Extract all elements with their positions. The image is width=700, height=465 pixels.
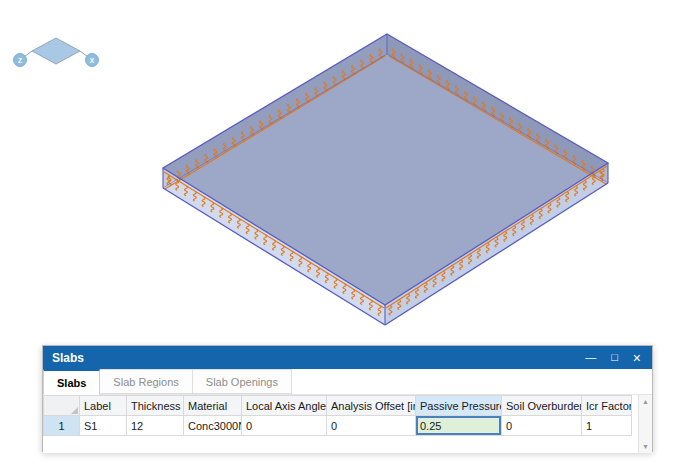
cell-label[interactable]: S1 [80,416,127,436]
tab-slab-openings[interactable]: Slab Openings [192,369,292,394]
window-title: Slabs [52,351,84,365]
axis-plane-diamond [32,38,80,64]
select-all-corner[interactable] [44,396,80,416]
col-header-analysis-offset[interactable]: Analysis Offset [in] [327,396,416,416]
col-header-local-axis-angle[interactable]: Local Axis Angle [deg] [242,396,327,416]
app-canvas: Z X Slabs — □ × Slabs Slab Regions Slab … [0,0,700,465]
col-header-label[interactable]: Label [80,396,127,416]
cell-thickness[interactable]: 12 [127,416,184,436]
col-header-material[interactable]: Material [184,396,242,416]
tab-slab-regions[interactable]: Slab Regions [99,369,192,394]
col-header-soil-overburden[interactable]: Soil Overburden [ksf] [502,396,582,416]
spreadsheet: Label Thickness [in] Material Local Axis… [43,395,652,453]
axis-indicator: Z X [8,30,104,72]
header-row: Label Thickness [in] Material Local Axis… [44,396,639,416]
col-header-icr-factor[interactable]: Icr Factor [582,396,632,416]
tab-bar: Slabs Slab Regions Slab Openings [43,369,652,395]
cell-passive-pressure[interactable]: 0.25 [416,416,502,436]
table-row: 1 S1 12 Conc3000NW 0 0 0.25 0 1 [44,416,639,436]
close-icon[interactable]: × [633,351,641,365]
scroll-up-icon[interactable]: ▲ [639,398,652,405]
slab-top-face [163,34,608,305]
slabs-table: Label Thickness [in] Material Local Axis… [43,395,638,436]
row-header[interactable]: 1 [44,416,80,436]
col-header-thickness[interactable]: Thickness [in] [127,396,184,416]
cell-local-axis-angle[interactable]: 0 [242,416,327,436]
cell-icr-factor[interactable]: 1 [582,416,632,436]
slabs-window: Slabs — □ × Slabs Slab Regions Slab Open… [42,345,653,452]
x-axis-label: X [90,57,95,64]
tab-slabs[interactable]: Slabs [43,369,100,395]
cell-soil-overburden[interactable]: 0 [502,416,582,436]
vertical-scrollbar[interactable]: ▲ ▼ [638,395,652,453]
slab-3d-view[interactable] [0,0,700,340]
z-axis-label: Z [18,57,22,64]
maximize-icon[interactable]: □ [611,352,618,363]
titlebar[interactable]: Slabs — □ × [43,346,652,369]
cell-material[interactable]: Conc3000NW [184,416,242,436]
col-header-passive-pressure[interactable]: Passive Pressure [ksf] [416,396,502,416]
cell-analysis-offset[interactable]: 0 [327,416,416,436]
minimize-icon[interactable]: — [585,352,596,363]
scroll-down-icon[interactable]: ▼ [639,443,652,450]
